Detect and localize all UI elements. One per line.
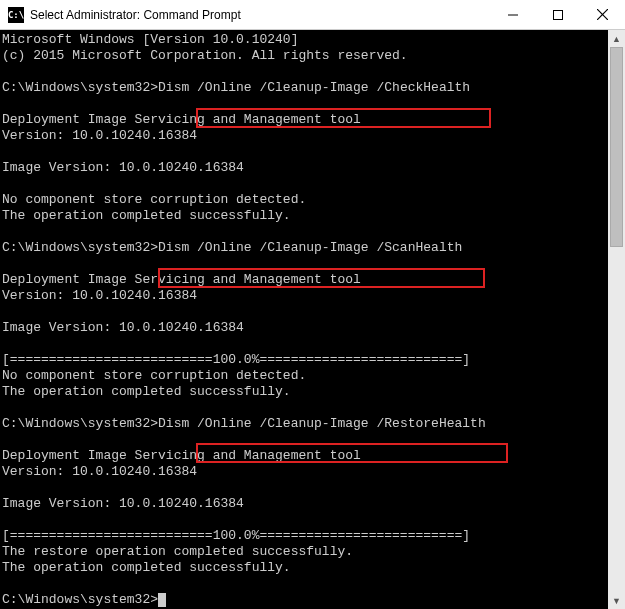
- prompt-path: C:\Windows\system32>: [2, 240, 158, 255]
- output-line: The restore operation completed successf…: [2, 544, 353, 559]
- scroll-down-button[interactable]: ▼: [608, 592, 625, 609]
- output-line: Version: 10.0.10240.16384: [2, 288, 197, 303]
- scroll-up-button[interactable]: ▲: [608, 30, 625, 47]
- maximize-button[interactable]: [535, 0, 580, 29]
- window-title: Select Administrator: Command Prompt: [30, 8, 490, 22]
- command-text: Dism /Online /Cleanup-Image /ScanHealth: [158, 240, 462, 255]
- terminal-area: Microsoft Windows [Version 10.0.10240] (…: [0, 30, 625, 609]
- minimize-button[interactable]: [490, 0, 535, 29]
- cursor: [158, 593, 166, 607]
- output-line: No component store corruption detected.: [2, 192, 306, 207]
- prompt-path: C:\Windows\system32>: [2, 592, 158, 607]
- output-line: Image Version: 10.0.10240.16384: [2, 160, 244, 175]
- output-line: Image Version: 10.0.10240.16384: [2, 320, 244, 335]
- output-line: Deployment Image Servicing and Managemen…: [2, 448, 361, 463]
- progress-bar-text: [==========================100.0%=======…: [2, 352, 470, 367]
- scrollbar[interactable]: ▲ ▼: [608, 30, 625, 609]
- close-button[interactable]: [580, 0, 625, 29]
- output-line: No component store corruption detected.: [2, 368, 306, 383]
- svg-rect-1: [553, 10, 562, 19]
- output-line: Version: 10.0.10240.16384: [2, 128, 197, 143]
- progress-bar-text: [==========================100.0%=======…: [2, 528, 470, 543]
- output-line: Microsoft Windows [Version 10.0.10240]: [2, 32, 298, 47]
- cmd-icon: C:\: [8, 7, 24, 23]
- terminal-output[interactable]: Microsoft Windows [Version 10.0.10240] (…: [0, 30, 608, 609]
- titlebar[interactable]: C:\ Select Administrator: Command Prompt: [0, 0, 625, 30]
- output-line: Image Version: 10.0.10240.16384: [2, 496, 244, 511]
- command-text: /Online /Cleanup-Image /CheckHealth: [197, 80, 470, 95]
- output-line: Deployment Image Servicing and Managemen…: [2, 112, 361, 127]
- output-line: (c) 2015 Microsoft Corporation. All righ…: [2, 48, 408, 63]
- scroll-thumb[interactable]: [610, 47, 623, 247]
- prompt-path: C:\Windows\system32>: [2, 80, 158, 95]
- output-line: The operation completed successfully.: [2, 560, 291, 575]
- output-line: The operation completed successfully.: [2, 384, 291, 399]
- command-text: /Online /Cleanup-Image /RestoreHealth: [197, 416, 486, 431]
- prompt-path: C:\Windows\system32>: [2, 416, 158, 431]
- command-text: Dism: [158, 80, 197, 95]
- command-text: Dism: [158, 416, 197, 431]
- output-line: Version: 10.0.10240.16384: [2, 464, 197, 479]
- output-line: The operation completed successfully.: [2, 208, 291, 223]
- output-line: Deployment Image Servicing and Managemen…: [2, 272, 361, 287]
